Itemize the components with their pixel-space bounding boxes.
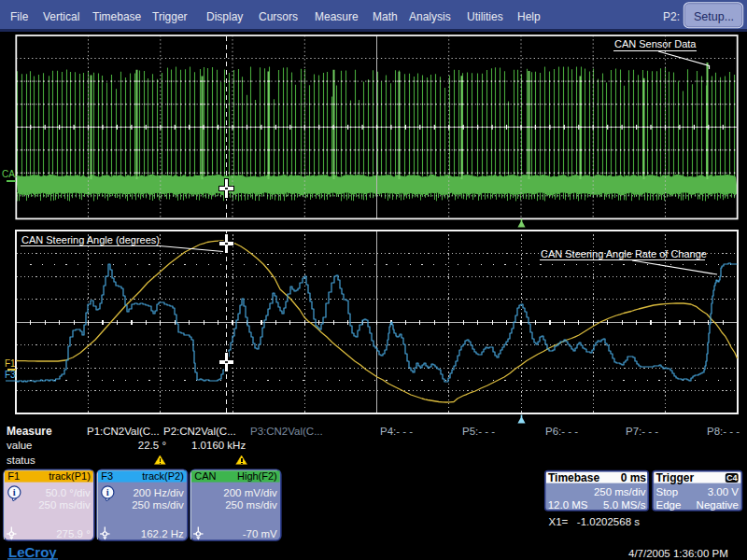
- svg-text:Edge: Edge: [656, 499, 682, 511]
- svg-text:Vertical: Vertical: [43, 10, 79, 23]
- svg-text:F1: F1: [5, 358, 16, 369]
- svg-text:Timebase: Timebase: [92, 10, 142, 23]
- svg-text:P2:: P2:: [663, 10, 680, 23]
- svg-text:1.0160 kHz: 1.0160 kHz: [191, 440, 246, 451]
- svg-text:Measure: Measure: [7, 425, 52, 438]
- svg-text:250 ms/div: 250 ms/div: [594, 486, 646, 497]
- svg-text:Cursors: Cursors: [259, 10, 298, 23]
- svg-text:250 ms/div: 250 ms/div: [38, 499, 91, 511]
- svg-text:P8:- - -: P8:- - -: [707, 426, 740, 437]
- svg-text:P3:CN2Val(C...: P3:CN2Val(C...: [250, 426, 323, 437]
- svg-text:Timebase: Timebase: [548, 471, 599, 484]
- svg-text:Negative: Negative: [697, 499, 739, 511]
- svg-text:High(F2): High(F2): [237, 470, 277, 482]
- svg-text:P7:- - -: P7:- - -: [626, 426, 658, 437]
- svg-text:track(P1): track(P1): [49, 470, 91, 482]
- svg-text:275.9 °: 275.9 °: [56, 528, 91, 539]
- svg-text:Trigger: Trigger: [152, 10, 188, 23]
- svg-text:-70 mV: -70 mV: [243, 528, 277, 539]
- svg-text:200 mV/div: 200 mV/div: [223, 487, 277, 498]
- svg-text:i: i: [106, 487, 109, 497]
- svg-text:CAN: CAN: [194, 470, 216, 482]
- svg-text:Trigger: Trigger: [656, 471, 695, 484]
- svg-text:CAN Steering Angle Rate of Cha: CAN Steering Angle Rate of Change: [541, 248, 707, 259]
- svg-text:162.2 Hz: 162.2 Hz: [141, 528, 184, 539]
- svg-text:LeCroy: LeCroy: [8, 544, 57, 560]
- svg-text:F3: F3: [5, 370, 16, 380]
- svg-text:250 ms/div: 250 ms/div: [225, 499, 277, 511]
- svg-text:250 ms/div: 250 ms/div: [132, 499, 184, 511]
- svg-text:22.5 °: 22.5 °: [138, 440, 166, 451]
- svg-text:P4:- - -: P4:- - -: [380, 426, 413, 437]
- svg-text:C4: C4: [726, 473, 738, 483]
- svg-text:track(P2): track(P2): [142, 470, 184, 482]
- svg-text:value: value: [7, 440, 33, 451]
- svg-text:0 ms: 0 ms: [621, 471, 647, 484]
- svg-text:5.0 MS/s: 5.0 MS/s: [603, 499, 646, 511]
- svg-text:P6:- - -: P6:- - -: [545, 426, 578, 437]
- svg-text:P2:CN2Val(C...: P2:CN2Val(C...: [163, 426, 236, 437]
- svg-text:Math: Math: [373, 10, 398, 23]
- svg-text:Help: Help: [517, 10, 541, 23]
- svg-text:F1: F1: [7, 470, 20, 482]
- svg-text:Analysis: Analysis: [409, 10, 451, 23]
- svg-text:200 Hz/div: 200 Hz/div: [133, 487, 184, 498]
- svg-text:Setup...: Setup...: [694, 10, 734, 23]
- svg-text:Utilities: Utilities: [467, 10, 503, 23]
- svg-text:12.0 MS: 12.0 MS: [548, 499, 588, 511]
- svg-text:3.00 V: 3.00 V: [708, 486, 740, 497]
- svg-text:Display: Display: [206, 10, 243, 23]
- svg-text:File: File: [10, 10, 29, 23]
- svg-text:CA.: CA.: [2, 169, 18, 179]
- svg-text:X1= -1.0202568 s: X1= -1.0202568 s: [549, 516, 641, 527]
- svg-text:i: i: [13, 487, 16, 497]
- svg-text:CAN Steering Angle (degrees): CAN Steering Angle (degrees): [21, 234, 160, 245]
- svg-text:status: status: [7, 455, 35, 466]
- svg-text:Measure: Measure: [315, 10, 359, 23]
- svg-text:P5:- - -: P5:- - -: [462, 426, 495, 437]
- svg-text:CAN Sensor Data: CAN Sensor Data: [614, 38, 697, 49]
- svg-text:F3: F3: [101, 470, 113, 482]
- svg-text:P1:CN2Val(C...: P1:CN2Val(C...: [87, 426, 160, 437]
- svg-text:50.0 °/div: 50.0 °/div: [46, 487, 91, 498]
- svg-text:Stop: Stop: [656, 486, 679, 497]
- svg-text:4/7/2005 1:36:00 PM: 4/7/2005 1:36:00 PM: [628, 548, 728, 559]
